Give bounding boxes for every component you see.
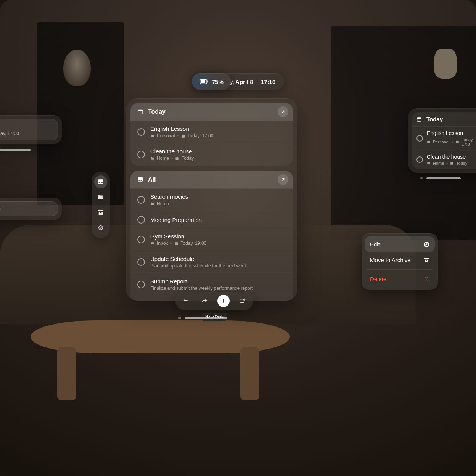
expand-button[interactable] [278,106,288,117]
section-all: All Search movies Home Meeting Preparati… [130,171,293,301]
task-checkbox[interactable] [137,281,145,288]
calendar-icon [416,117,422,122]
inbox-icon [137,177,143,183]
svg-point-4 [100,227,101,228]
page-indicator[interactable] [178,317,227,319]
status-time: 17:16 [261,79,275,85]
task-desc: Plan and update the schedule for the nex… [150,263,247,269]
decor-vase [434,49,457,79]
decor-table-leg [57,347,76,400]
task-meta: Personal • Today, 17:00 [150,133,213,138]
task-item[interactable]: Clean the house Home • Today [412,150,476,169]
calendar-icon [455,140,459,144]
calendar-icon [137,109,143,115]
battery-icon [200,79,208,84]
new-list-button[interactable] [237,296,248,306]
svg-rect-6 [138,110,143,111]
task-item[interactable]: English Lesson Personal • Today, 17:00 [130,121,293,143]
undo-button[interactable] [181,296,191,306]
left-page-indicator [0,149,31,151]
ctx-edit[interactable]: Edit [365,236,435,252]
task-item[interactable]: Update Schedule Plan and update the sche… [130,251,293,273]
inbox-icon [150,241,154,246]
nav-inbox[interactable] [94,175,107,188]
bottom-toolbar [175,292,253,310]
side-nav [92,172,110,238]
left-card-1[interactable]: sh Today, 17:00 [0,115,62,144]
task-checkbox[interactable] [137,128,145,136]
status-bar: Monday, April 8 · 17:16 75% [192,73,284,90]
left-card-2[interactable]: , 19:00 [0,198,62,220]
folder-icon [427,140,431,144]
section-title: All [148,176,156,183]
task-title: Search movies [150,193,188,200]
redo-button[interactable] [199,296,210,306]
svg-rect-1 [201,80,205,83]
task-checkbox[interactable] [137,151,145,158]
right-panel: Today English Lesson Personal • Today, 1… [408,108,476,173]
folder-icon [150,134,154,138]
new-task-button[interactable] [217,295,230,307]
task-meta: Home • Today [427,161,468,166]
task-checkbox[interactable] [416,135,423,142]
inbox-icon [97,178,104,185]
ctx-separator [367,269,433,270]
task-item[interactable]: Clean the house Home • Today [130,143,293,166]
expand-button[interactable] [278,174,288,185]
arrow-up-right-icon [281,177,285,182]
task-desc: Finalize and submit the weekly performan… [150,286,253,291]
archive-icon [423,257,429,263]
calendar-icon [450,161,454,165]
gear-icon [97,224,104,231]
task-meta: Today, 17:00 [0,131,53,136]
task-title: Update Schedule [150,256,247,262]
arrow-up-right-icon [281,109,285,114]
svg-rect-16 [450,162,453,165]
task-title: Gym Session [150,233,206,240]
archive-icon [97,209,104,216]
folder-icon [150,202,154,206]
section-header-today[interactable]: Today [412,112,476,126]
task-item[interactable]: Search movies Home [130,188,293,211]
main-panel: Today English Lesson Personal • Today, 1… [126,98,298,301]
task-checkbox[interactable] [137,258,145,266]
battery-percent: 75% [212,79,224,85]
svg-point-3 [99,226,103,230]
task-title: sh [0,123,53,130]
task-title: English Lesson [427,130,476,136]
task-checkbox[interactable] [416,156,423,163]
svg-rect-2 [207,80,208,83]
decor-lamp [63,50,91,86]
status-battery[interactable]: 75% [192,73,231,90]
nav-archive[interactable] [94,206,107,219]
folder-icon [97,194,104,201]
task-meta: Home • Today [150,156,194,161]
page-indicator-right[interactable] [420,177,461,179]
task-title: English Lesson [150,125,213,132]
section-header-today[interactable]: Today [130,103,293,121]
task-title: Submit Report [150,278,253,285]
svg-rect-15 [456,141,459,143]
section-title: Today [148,108,166,115]
task-checkbox[interactable] [137,236,145,243]
task-title: Clean the house [150,148,194,154]
ctx-label: Delete [370,276,386,282]
section-header-all[interactable]: All [130,171,293,188]
task-item[interactable]: English Lesson Personal • Today, 17:0 [412,126,476,150]
task-checkbox[interactable] [137,216,145,224]
folder-icon [427,161,431,165]
plus-icon [220,298,227,304]
nav-folders[interactable] [94,191,107,204]
calendar-icon [181,134,185,138]
ctx-archive[interactable]: Move to Archive [365,252,435,268]
edit-icon [423,241,429,248]
trash-icon [423,276,429,282]
page-dot [420,177,423,179]
task-meta: Home [150,201,188,206]
task-checkbox[interactable] [137,196,145,204]
task-item[interactable]: Gym Session Inbox • Today, 19:00 [130,228,293,251]
ctx-delete[interactable]: Delete [365,271,435,287]
task-item[interactable]: Meeting Preparation [130,211,293,228]
ctx-label: Move to Archive [370,257,411,263]
nav-settings[interactable] [94,221,107,234]
